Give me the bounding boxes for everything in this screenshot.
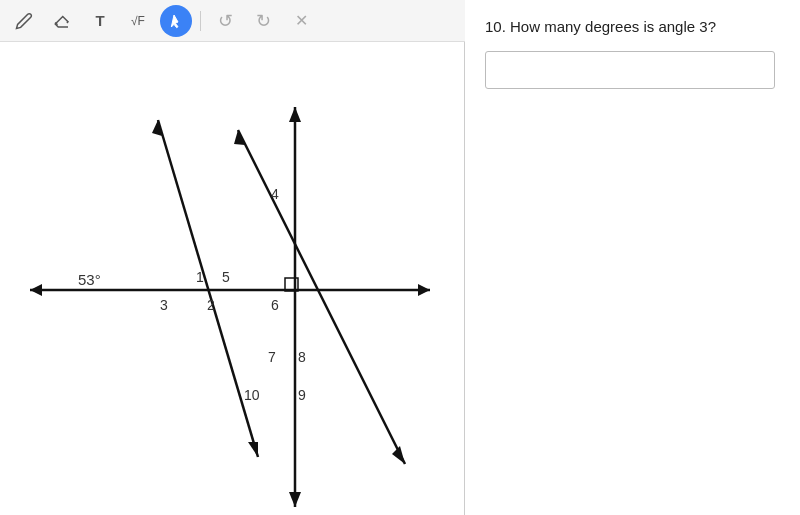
pencil-tool[interactable] <box>8 5 40 37</box>
svg-text:9: 9 <box>298 387 306 403</box>
svg-text:1: 1 <box>196 269 204 285</box>
text-tool[interactable]: T <box>84 5 116 37</box>
svg-marker-5 <box>248 442 258 457</box>
svg-text:8: 8 <box>298 349 306 365</box>
svg-marker-11 <box>392 446 405 464</box>
pointer-tool[interactable] <box>160 5 192 37</box>
formula-tool[interactable]: √F <box>122 5 154 37</box>
svg-marker-1 <box>30 284 42 296</box>
undo-button[interactable]: ↺ <box>209 5 241 37</box>
svg-marker-8 <box>289 492 301 507</box>
svg-marker-2 <box>418 284 430 296</box>
formula-tool-label: √F <box>131 14 145 28</box>
text-tool-label: T <box>95 12 104 29</box>
eraser-tool[interactable] <box>46 5 78 37</box>
svg-text:7: 7 <box>268 349 276 365</box>
svg-text:10: 10 <box>244 387 260 403</box>
right-panel: 10. How many degrees is angle 3? <box>465 0 800 515</box>
drawing-panel: T √F ↺ ↻ ✕ <box>0 0 465 515</box>
question-text: 10. How many degrees is angle 3? <box>485 16 780 37</box>
svg-text:6: 6 <box>271 297 279 313</box>
close-button[interactable]: ✕ <box>285 5 317 37</box>
redo-button[interactable]: ↻ <box>247 5 279 37</box>
svg-line-3 <box>158 120 258 457</box>
answer-input[interactable] <box>485 51 775 89</box>
svg-marker-7 <box>289 107 301 122</box>
svg-text:5: 5 <box>222 269 230 285</box>
canvas-area[interactable]: 53° 1 2 3 4 5 6 7 8 9 10 <box>0 42 465 515</box>
svg-text:4: 4 <box>271 186 279 202</box>
toolbar-divider <box>200 11 201 31</box>
svg-line-9 <box>238 130 405 464</box>
geometry-svg: 53° 1 2 3 4 5 6 7 8 9 10 <box>0 42 465 515</box>
toolbar: T √F ↺ ↻ ✕ <box>0 0 465 42</box>
svg-text:2: 2 <box>207 297 215 313</box>
svg-text:53°: 53° <box>78 271 101 288</box>
svg-text:3: 3 <box>160 297 168 313</box>
